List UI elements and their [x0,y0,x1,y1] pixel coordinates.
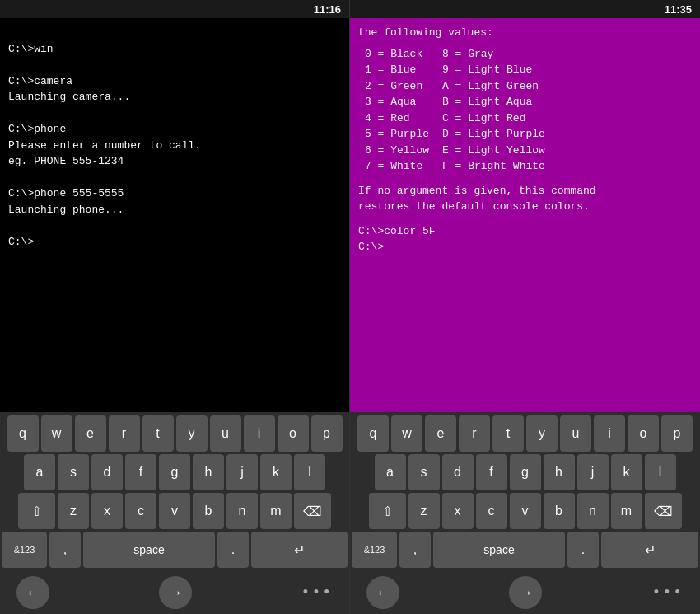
more-dots-left[interactable]: ••• [301,584,333,601]
key-o-r[interactable]: o [628,415,659,452]
color-entry: 1 = Blue [365,62,429,78]
key-backspace[interactable]: ⌫ [294,493,331,529]
key-r[interactable]: r [109,415,140,452]
keyboard-row3-r: ⇧ z x c v b n m ⌫ [352,493,698,529]
key-u[interactable]: u [210,415,241,452]
color-table-left: 0 = Black 1 = Blue 2 = Green 3 = Aqua 4 … [365,46,429,175]
key-p-r[interactable]: p [661,415,693,452]
key-u-r[interactable]: u [560,415,591,452]
key-shift[interactable]: ⇧ [18,493,55,529]
key-z-r[interactable]: z [408,493,440,529]
status-bar-left: 11:16 [0,0,349,18]
key-c-r[interactable]: c [476,493,507,529]
key-y-r[interactable]: y [526,415,558,452]
key-f-r[interactable]: f [476,454,507,490]
keyboard-row1-r: q w e r t y u i o p [352,415,698,452]
keyboard-row1: q w e r t y u i o p [2,415,348,452]
key-j[interactable]: j [226,454,258,490]
key-y[interactable]: y [176,415,208,452]
terminal-line: C:\>camera [8,73,341,90]
color-entry: D = Light Purple [442,126,545,143]
key-k[interactable]: k [260,454,292,490]
key-t-r[interactable]: t [492,415,524,452]
key-q-r[interactable]: q [357,415,389,452]
color-entry: 0 = Black [365,46,429,63]
forward-button-left[interactable]: → [159,576,192,609]
back-button-right[interactable]: ← [366,576,399,609]
key-q[interactable]: q [7,415,39,452]
key-l[interactable]: l [294,454,325,490]
key-enter-r[interactable]: ↵ [601,532,698,568]
note-line2: restores the default console colors. [358,199,692,215]
key-b[interactable]: b [193,493,224,529]
color-entry: A = Light Green [442,78,545,95]
key-special-r[interactable]: &123 [352,532,397,568]
key-period-r[interactable]: . [567,532,599,568]
forward-button-right[interactable]: → [509,576,542,609]
color-entry: E = Light Yellow [442,143,545,159]
key-g-r[interactable]: g [510,454,541,490]
key-w-r[interactable]: w [391,415,422,452]
terminal-line: Please enter a number to call. [8,138,341,154]
color-entry: 9 = Light Blue [442,62,545,78]
key-v[interactable]: v [159,493,190,529]
color-entry: 6 = Yellow [365,143,429,159]
key-comma[interactable]: , [49,532,81,568]
color-entry: 2 = Green [365,78,429,95]
back-button-left[interactable]: ← [16,576,49,609]
keyboard-left: q w e r t y u i o p a s d f g h j k l ⇧ … [0,412,349,571]
key-b-r[interactable]: b [544,493,575,529]
key-l-r[interactable]: l [645,454,676,490]
key-e-r[interactable]: e [425,415,456,452]
key-a-r[interactable]: a [375,454,406,490]
terminal-line: C:\>phone [8,121,341,138]
more-dots-right[interactable]: ••• [652,584,684,601]
key-m-r[interactable]: m [611,493,642,529]
key-backspace-r[interactable]: ⌫ [645,493,682,529]
key-w[interactable]: w [41,415,72,452]
key-e[interactable]: e [75,415,106,452]
terminal-header: the following values: [358,25,692,41]
key-special[interactable]: &123 [2,532,47,568]
key-r-r[interactable]: r [459,415,490,452]
key-n-r[interactable]: n [577,493,609,529]
key-x[interactable]: x [91,493,123,529]
color-entry: 4 = Red [365,110,429,127]
key-i[interactable]: i [244,415,275,452]
key-space[interactable]: space [83,532,215,568]
time-left: 11:16 [314,3,341,16]
key-enter[interactable]: ↵ [251,532,348,568]
key-c[interactable]: c [125,493,156,529]
key-h-r[interactable]: h [544,454,575,490]
key-n[interactable]: n [226,493,258,529]
terminal-line: Launching camera... [8,89,341,105]
color-entry: 3 = Aqua [365,94,429,110]
key-k-r[interactable]: k [611,454,642,490]
key-comma-r[interactable]: , [399,532,431,568]
key-d[interactable]: d [91,454,123,490]
cmd-line1: C:\>color 5F [358,223,692,240]
key-f[interactable]: f [125,454,156,490]
key-g[interactable]: g [159,454,190,490]
key-p[interactable]: p [311,415,343,452]
key-z[interactable]: z [58,493,89,529]
key-space-r[interactable]: space [433,532,565,568]
key-v-r[interactable]: v [510,493,541,529]
nav-bar-left: ← → ••• [0,571,349,614]
color-entry: C = Light Red [442,110,545,127]
key-a[interactable]: a [24,454,55,490]
key-period[interactable]: . [217,532,249,568]
key-i-r[interactable]: i [594,415,625,452]
key-o[interactable]: o [278,415,309,452]
key-m[interactable]: m [260,493,292,529]
key-j-r[interactable]: j [577,454,609,490]
key-shift-r[interactable]: ⇧ [369,493,406,529]
key-d-r[interactable]: d [442,454,474,490]
key-s-r[interactable]: s [408,454,440,490]
key-t[interactable]: t [142,415,174,452]
keyboard-right: q w e r t y u i o p a s d f g h j k l ⇧ … [350,412,700,571]
key-s[interactable]: s [58,454,89,490]
phone-right: 11:35 the following values: 0 = Black 1 … [350,0,700,614]
key-h[interactable]: h [193,454,224,490]
key-x-r[interactable]: x [442,493,474,529]
